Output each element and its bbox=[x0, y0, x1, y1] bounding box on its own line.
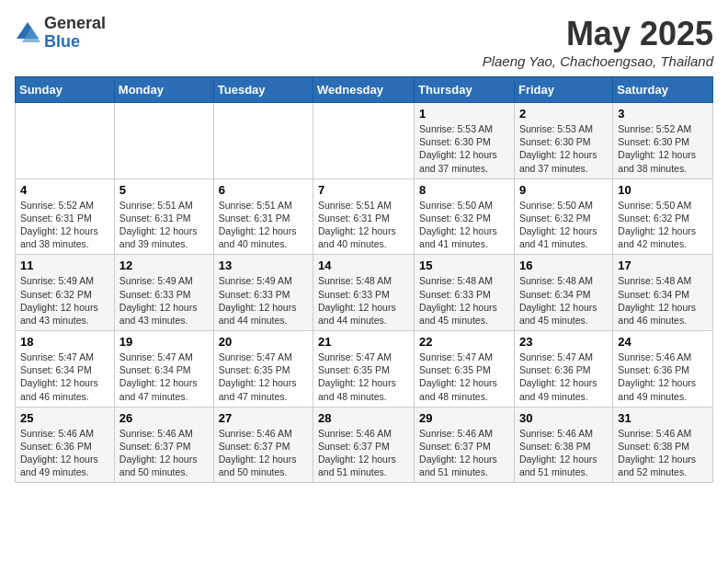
day-number: 19 bbox=[119, 335, 209, 349]
calendar-week-row: 1Sunrise: 5:53 AM Sunset: 6:30 PM Daylig… bbox=[16, 103, 713, 179]
day-number: 2 bbox=[519, 107, 608, 121]
calendar-day-header: Tuesday bbox=[213, 77, 313, 103]
calendar-cell: 8Sunrise: 5:50 AM Sunset: 6:32 PM Daylig… bbox=[415, 178, 515, 255]
calendar-day-header: Wednesday bbox=[313, 77, 415, 103]
day-number: 14 bbox=[318, 259, 409, 272]
day-number: 8 bbox=[419, 183, 509, 197]
calendar-day-header: Thursday bbox=[415, 77, 515, 103]
day-info: Sunrise: 5:48 AM Sunset: 6:34 PM Dayligh… bbox=[618, 274, 708, 327]
day-info: Sunrise: 5:51 AM Sunset: 6:31 PM Dayligh… bbox=[318, 199, 409, 251]
month-title: May 2025 bbox=[483, 15, 713, 53]
day-number: 7 bbox=[318, 183, 409, 197]
day-info: Sunrise: 5:53 AM Sunset: 6:30 PM Dayligh… bbox=[419, 122, 509, 175]
day-info: Sunrise: 5:51 AM Sunset: 6:31 PM Dayligh… bbox=[119, 199, 209, 251]
day-number: 21 bbox=[318, 335, 409, 349]
day-info: Sunrise: 5:47 AM Sunset: 6:35 PM Dayligh… bbox=[419, 350, 509, 403]
calendar-cell: 6Sunrise: 5:51 AM Sunset: 6:31 PM Daylig… bbox=[213, 178, 313, 255]
calendar-cell bbox=[313, 103, 415, 179]
calendar-cell: 21Sunrise: 5:47 AM Sunset: 6:35 PM Dayli… bbox=[313, 331, 415, 408]
calendar-cell: 9Sunrise: 5:50 AM Sunset: 6:32 PM Daylig… bbox=[514, 178, 612, 255]
day-number: 29 bbox=[419, 411, 509, 425]
calendar-cell: 17Sunrise: 5:48 AM Sunset: 6:34 PM Dayli… bbox=[613, 255, 713, 331]
day-info: Sunrise: 5:53 AM Sunset: 6:30 PM Dayligh… bbox=[519, 122, 608, 175]
day-number: 12 bbox=[119, 259, 209, 272]
day-number: 26 bbox=[119, 411, 209, 425]
day-number: 6 bbox=[219, 183, 308, 197]
logo: General Blue bbox=[15, 15, 106, 52]
day-info: Sunrise: 5:49 AM Sunset: 6:33 PM Dayligh… bbox=[219, 274, 308, 327]
day-info: Sunrise: 5:48 AM Sunset: 6:33 PM Dayligh… bbox=[318, 274, 409, 327]
day-number: 5 bbox=[119, 183, 209, 197]
day-info: Sunrise: 5:52 AM Sunset: 6:31 PM Dayligh… bbox=[20, 199, 109, 251]
logo-blue: Blue bbox=[44, 33, 106, 52]
day-number: 1 bbox=[419, 107, 509, 121]
day-info: Sunrise: 5:51 AM Sunset: 6:31 PM Dayligh… bbox=[219, 199, 308, 251]
calendar-cell: 22Sunrise: 5:47 AM Sunset: 6:35 PM Dayli… bbox=[415, 331, 515, 408]
day-info: Sunrise: 5:47 AM Sunset: 6:35 PM Dayligh… bbox=[318, 350, 409, 403]
day-info: Sunrise: 5:50 AM Sunset: 6:32 PM Dayligh… bbox=[618, 199, 708, 251]
calendar-cell: 26Sunrise: 5:46 AM Sunset: 6:37 PM Dayli… bbox=[114, 407, 213, 483]
calendar-cell: 28Sunrise: 5:46 AM Sunset: 6:37 PM Dayli… bbox=[313, 407, 415, 483]
day-info: Sunrise: 5:47 AM Sunset: 6:36 PM Dayligh… bbox=[519, 350, 608, 403]
day-info: Sunrise: 5:46 AM Sunset: 6:38 PM Dayligh… bbox=[519, 427, 608, 479]
day-number: 23 bbox=[519, 335, 608, 349]
day-info: Sunrise: 5:49 AM Sunset: 6:32 PM Dayligh… bbox=[20, 274, 109, 327]
calendar-week-row: 11Sunrise: 5:49 AM Sunset: 6:32 PM Dayli… bbox=[16, 255, 713, 331]
calendar-cell: 11Sunrise: 5:49 AM Sunset: 6:32 PM Dayli… bbox=[16, 255, 115, 331]
title-block: May 2025 Plaeng Yao, Chachoengsao, Thail… bbox=[483, 15, 713, 69]
day-number: 11 bbox=[20, 259, 109, 272]
calendar-cell: 24Sunrise: 5:46 AM Sunset: 6:36 PM Dayli… bbox=[613, 331, 713, 408]
calendar-cell: 27Sunrise: 5:46 AM Sunset: 6:37 PM Dayli… bbox=[213, 407, 313, 483]
day-info: Sunrise: 5:46 AM Sunset: 6:38 PM Dayligh… bbox=[618, 427, 708, 479]
calendar-cell: 4Sunrise: 5:52 AM Sunset: 6:31 PM Daylig… bbox=[16, 178, 115, 255]
logo-text: General Blue bbox=[44, 15, 106, 52]
day-number: 17 bbox=[618, 259, 708, 272]
calendar-cell: 5Sunrise: 5:51 AM Sunset: 6:31 PM Daylig… bbox=[114, 178, 213, 255]
calendar-body: 1Sunrise: 5:53 AM Sunset: 6:30 PM Daylig… bbox=[16, 103, 713, 483]
day-info: Sunrise: 5:46 AM Sunset: 6:37 PM Dayligh… bbox=[419, 427, 509, 479]
calendar-cell: 30Sunrise: 5:46 AM Sunset: 6:38 PM Dayli… bbox=[514, 407, 612, 483]
day-number: 28 bbox=[318, 411, 409, 425]
calendar-day-header: Sunday bbox=[16, 77, 115, 103]
calendar-cell: 18Sunrise: 5:47 AM Sunset: 6:34 PM Dayli… bbox=[16, 331, 115, 408]
calendar-cell: 25Sunrise: 5:46 AM Sunset: 6:36 PM Dayli… bbox=[16, 407, 115, 483]
calendar-cell: 2Sunrise: 5:53 AM Sunset: 6:30 PM Daylig… bbox=[514, 103, 612, 179]
calendar-cell bbox=[213, 103, 313, 179]
calendar-day-header: Saturday bbox=[613, 77, 713, 103]
calendar-cell: 19Sunrise: 5:47 AM Sunset: 6:34 PM Dayli… bbox=[114, 331, 213, 408]
day-info: Sunrise: 5:46 AM Sunset: 6:37 PM Dayligh… bbox=[219, 427, 308, 479]
day-info: Sunrise: 5:52 AM Sunset: 6:30 PM Dayligh… bbox=[618, 122, 708, 175]
calendar-cell: 20Sunrise: 5:47 AM Sunset: 6:35 PM Dayli… bbox=[213, 331, 313, 408]
day-number: 31 bbox=[618, 411, 708, 425]
calendar-cell bbox=[114, 103, 213, 179]
page-header: General Blue May 2025 Plaeng Yao, Chacho… bbox=[15, 15, 713, 69]
calendar-cell: 3Sunrise: 5:52 AM Sunset: 6:30 PM Daylig… bbox=[613, 103, 713, 179]
day-info: Sunrise: 5:46 AM Sunset: 6:36 PM Dayligh… bbox=[20, 427, 109, 479]
day-info: Sunrise: 5:47 AM Sunset: 6:34 PM Dayligh… bbox=[20, 350, 109, 403]
day-number: 22 bbox=[419, 335, 509, 349]
day-number: 24 bbox=[618, 335, 708, 349]
calendar-cell: 13Sunrise: 5:49 AM Sunset: 6:33 PM Dayli… bbox=[213, 255, 313, 331]
day-number: 30 bbox=[519, 411, 608, 425]
location-title: Plaeng Yao, Chachoengsao, Thailand bbox=[483, 53, 713, 69]
day-info: Sunrise: 5:46 AM Sunset: 6:37 PM Dayligh… bbox=[318, 427, 409, 479]
calendar-week-row: 4Sunrise: 5:52 AM Sunset: 6:31 PM Daylig… bbox=[16, 178, 713, 255]
day-number: 20 bbox=[219, 335, 308, 349]
day-number: 10 bbox=[618, 183, 708, 197]
day-info: Sunrise: 5:47 AM Sunset: 6:34 PM Dayligh… bbox=[119, 350, 209, 403]
calendar-cell: 1Sunrise: 5:53 AM Sunset: 6:30 PM Daylig… bbox=[415, 103, 515, 179]
day-number: 4 bbox=[20, 183, 109, 197]
calendar-day-header: Monday bbox=[114, 77, 213, 103]
day-info: Sunrise: 5:47 AM Sunset: 6:35 PM Dayligh… bbox=[219, 350, 308, 403]
day-number: 16 bbox=[519, 259, 608, 272]
day-info: Sunrise: 5:48 AM Sunset: 6:34 PM Dayligh… bbox=[519, 274, 608, 327]
calendar-table: SundayMondayTuesdayWednesdayThursdayFrid… bbox=[15, 76, 713, 483]
day-info: Sunrise: 5:50 AM Sunset: 6:32 PM Dayligh… bbox=[519, 199, 608, 251]
day-number: 9 bbox=[519, 183, 608, 197]
day-number: 27 bbox=[219, 411, 308, 425]
logo-general: General bbox=[44, 15, 106, 33]
day-number: 25 bbox=[20, 411, 109, 425]
day-number: 15 bbox=[419, 259, 509, 272]
day-info: Sunrise: 5:50 AM Sunset: 6:32 PM Dayligh… bbox=[419, 199, 509, 251]
calendar-cell: 12Sunrise: 5:49 AM Sunset: 6:33 PM Dayli… bbox=[114, 255, 213, 331]
